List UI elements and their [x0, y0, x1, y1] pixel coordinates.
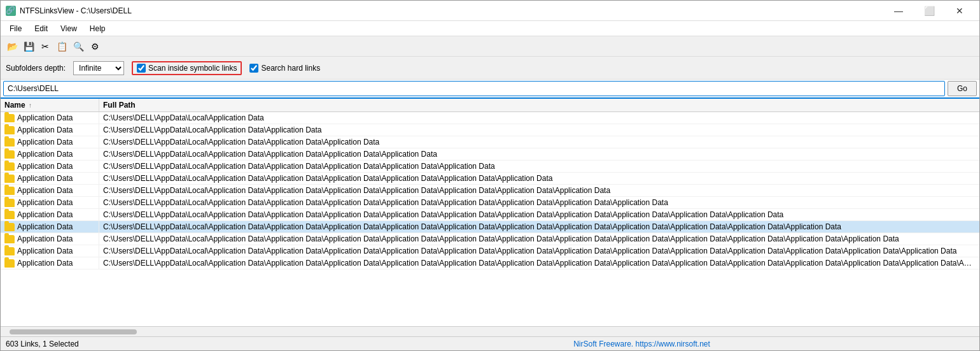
row-name: Application Data — [1, 185, 99, 196]
toolbar-settings-btn[interactable]: ⚙ — [87, 39, 102, 54]
table-row[interactable]: Application Data C:\Users\DELL\AppData\L… — [1, 233, 979, 245]
row-path: C:\Users\DELL\AppData\Local\Application … — [99, 245, 979, 257]
menu-bar: File Edit View Help — [1, 21, 979, 36]
sort-arrow: ↑ — [29, 102, 32, 109]
app-icon: 🔗 — [6, 6, 16, 16]
row-path: C:\Users\DELL\AppData\Local\Application … — [99, 221, 979, 233]
toolbar-save-btn[interactable]: 💾 — [21, 39, 36, 54]
row-name: Application Data — [1, 233, 99, 245]
folder-icon — [4, 162, 15, 171]
row-path: C:\Users\DELL\AppData\Local\Application … — [99, 161, 979, 172]
table-row[interactable]: Application Data C:\Users\DELL\AppData\L… — [1, 124, 979, 136]
hscroll-bar[interactable] — [1, 326, 979, 336]
subfolders-label: Subfolders depth: — [6, 64, 66, 73]
title-bar-controls: — ⬜ ✕ — [884, 2, 974, 20]
row-name: Application Data — [1, 197, 99, 208]
search-hard-checkbox[interactable] — [249, 64, 258, 73]
row-path: C:\Users\DELL\AppData\Local\Application … — [99, 173, 979, 184]
hscroll-thumb[interactable] — [10, 329, 137, 334]
folder-icon — [4, 259, 15, 268]
title-bar-text: NTFSLinksView - C:\Users\DELL — [20, 6, 884, 15]
row-name: Application Data — [1, 161, 99, 172]
row-name: Application Data — [1, 136, 99, 148]
status-center[interactable]: NirSoft Freeware. https://www.nirsoft.ne… — [431, 340, 852, 348]
close-button[interactable]: ✕ — [945, 2, 974, 20]
search-hard-label: Search hard links — [261, 64, 320, 73]
table-row[interactable]: Application Data C:\Users\DELL\AppData\L… — [1, 209, 979, 221]
menu-help[interactable]: Help — [83, 23, 112, 34]
toolbar-copy-btn[interactable]: 📋 — [54, 39, 69, 54]
row-name: Application Data — [1, 209, 99, 220]
row-path: C:\Users\DELL\AppData\Local\Application … — [99, 136, 979, 148]
folder-icon — [4, 235, 15, 243]
menu-file[interactable]: File — [3, 23, 28, 34]
subfolders-select[interactable]: Infinite 1 2 3 — [73, 61, 124, 75]
table-row[interactable]: Application Data C:\Users\DELL\AppData\L… — [1, 148, 979, 161]
folder-icon — [4, 187, 15, 195]
row-path: C:\Users\DELL\AppData\Local\Application … — [99, 197, 979, 208]
folder-icon — [4, 138, 15, 147]
menu-edit[interactable]: Edit — [28, 23, 54, 34]
row-name: Application Data — [1, 245, 99, 257]
folder-icon — [4, 175, 15, 183]
row-path: C:\Users\DELL\AppData\Local\Application … — [99, 148, 979, 160]
toolbar-cut-btn[interactable]: ✂ — [38, 39, 53, 54]
title-bar: 🔗 NTFSLinksView - C:\Users\DELL — ⬜ ✕ — [1, 1, 979, 21]
table-row[interactable]: Application Data C:\Users\DELL\AppData\L… — [1, 173, 979, 185]
table-row[interactable]: Application Data C:\Users\DELL\AppData\L… — [1, 185, 979, 197]
folder-icon — [4, 199, 15, 207]
path-input[interactable] — [3, 81, 945, 96]
folder-icon — [4, 247, 15, 255]
row-name: Application Data — [1, 257, 99, 269]
row-name: Application Data — [1, 112, 99, 124]
toolbar-search-btn[interactable]: 🔍 — [71, 39, 86, 54]
row-path: C:\Users\DELL\AppData\Local\Application … — [99, 233, 979, 245]
table-row[interactable]: Application Data C:\Users\DELL\AppData\L… — [1, 197, 979, 209]
row-name: Application Data — [1, 221, 99, 233]
go-button[interactable]: Go — [948, 81, 977, 96]
table-body: Application Data C:\Users\DELL\AppData\L… — [1, 112, 979, 269]
search-hard-group[interactable]: Search hard links — [249, 64, 320, 73]
table-row[interactable]: Application Data C:\Users\DELL\AppData\L… — [1, 221, 979, 233]
menu-view[interactable]: View — [54, 23, 83, 34]
folder-icon — [4, 126, 15, 134]
row-path: C:\Users\DELL\AppData\Local\Application … — [99, 124, 979, 136]
path-bar: Go — [1, 80, 979, 99]
toolbar: 📂 💾 ✂ 📋 🔍 ⚙ — [1, 36, 979, 57]
folder-icon — [4, 211, 15, 219]
folder-icon — [4, 150, 15, 159]
row-path: C:\Users\DELL\AppData\Local\Application … — [99, 257, 979, 269]
scan-symbolic-label: Scan inside symbolic links — [148, 64, 237, 73]
table-row[interactable]: Application Data C:\Users\DELL\AppData\L… — [1, 112, 979, 124]
row-name: Application Data — [1, 148, 99, 160]
table-row[interactable]: Application Data C:\Users\DELL\AppData\L… — [1, 161, 979, 173]
table-row[interactable]: Application Data C:\Users\DELL\AppData\L… — [1, 245, 979, 257]
row-name: Application Data — [1, 173, 99, 184]
folder-icon — [4, 114, 15, 122]
maximize-button[interactable]: ⬜ — [914, 2, 944, 20]
status-bar: 603 Links, 1 Selected NirSoft Freeware. … — [1, 336, 979, 350]
table-header: Name ↑ Full Path — [1, 99, 979, 112]
scan-symbolic-checkbox[interactable] — [137, 64, 146, 73]
main-window: 🔗 NTFSLinksView - C:\Users\DELL — ⬜ ✕ Fi… — [0, 0, 980, 351]
minimize-button[interactable]: — — [884, 2, 913, 20]
table-row[interactable]: Application Data C:\Users\DELL\AppData\L… — [1, 136, 979, 148]
col-name-header[interactable]: Name ↑ — [1, 99, 99, 111]
row-name: Application Data — [1, 124, 99, 136]
folder-icon — [4, 223, 15, 231]
row-path: C:\Users\DELL\AppData\Local\Application … — [99, 209, 979, 220]
status-left: 603 Links, 1 Selected — [1, 340, 431, 348]
row-path: C:\Users\DELL\AppData\Local\Application … — [99, 185, 979, 196]
options-bar: Subfolders depth: Infinite 1 2 3 Scan in… — [1, 57, 979, 80]
row-path: C:\Users\DELL\AppData\Local\Application … — [99, 112, 979, 124]
col-path-header[interactable]: Full Path — [99, 99, 979, 111]
table-container[interactable]: Name ↑ Full Path Application Data C:\Use… — [1, 99, 979, 326]
table-row[interactable]: Application Data C:\Users\DELL\AppData\L… — [1, 257, 979, 269]
toolbar-open-btn[interactable]: 📂 — [4, 39, 20, 54]
scan-symbolic-group[interactable]: Scan inside symbolic links — [132, 61, 242, 75]
